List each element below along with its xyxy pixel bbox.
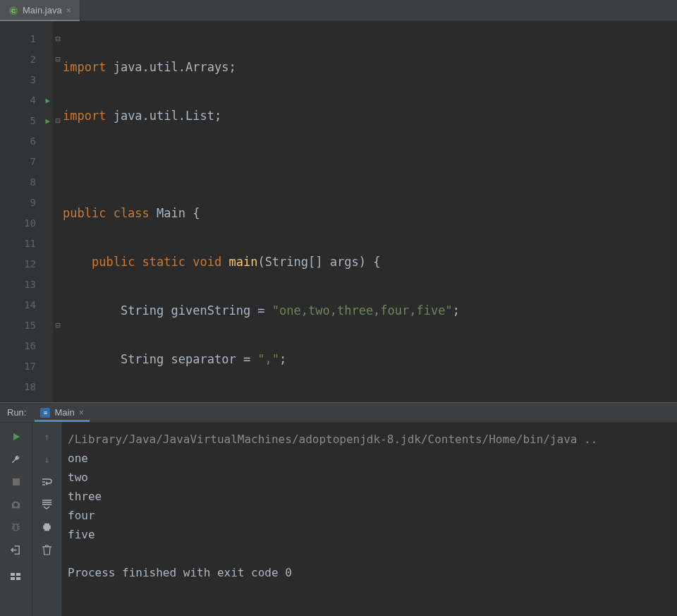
line-number: 13	[0, 274, 53, 294]
line-number: 18	[0, 376, 53, 397]
fold-marker[interactable]: ⊟	[53, 315, 63, 335]
fold-marker[interactable]: ⊟	[53, 28, 63, 49]
camera-icon[interactable]	[9, 497, 23, 512]
line-number: 14	[0, 294, 53, 315]
svg-rect-3	[11, 573, 15, 576]
editor-tabbar: C Main.java ×	[0, 0, 677, 21]
application-icon: ≡	[40, 408, 50, 418]
run-toolbar-primary	[0, 423, 32, 616]
line-number: 16	[0, 335, 53, 356]
code-line: String separator = ",";	[63, 349, 677, 369]
line-number: 8	[0, 171, 53, 192]
code-line: import java.util.List;	[63, 105, 677, 126]
console-line: three	[68, 490, 102, 503]
line-number: 15	[0, 315, 53, 335]
code-line: public class Main {	[63, 203, 677, 223]
code-line: String givenString = "one,two,three,four…	[63, 300, 677, 320]
code-line: import java.util.Arrays;	[63, 56, 677, 77]
fold-marker[interactable]: ⊟	[53, 110, 63, 131]
trash-icon[interactable]	[40, 543, 54, 557]
print-icon[interactable]	[40, 520, 54, 534]
close-icon[interactable]: ×	[79, 408, 84, 418]
run-panel-title: Run:	[7, 407, 26, 418]
code-line	[63, 397, 677, 402]
svg-rect-4	[16, 573, 20, 576]
code-line	[63, 154, 677, 174]
layout-icon[interactable]	[9, 569, 23, 584]
rerun-icon[interactable]	[9, 430, 23, 444]
line-number: 5▶	[0, 110, 53, 131]
run-tab-main[interactable]: ≡ Main ×	[35, 403, 89, 422]
run-toolbar-secondary: ↑ ↓	[32, 423, 62, 616]
code-area[interactable]: import java.util.Arrays; import java.uti…	[63, 21, 677, 402]
line-number: 11	[0, 233, 53, 253]
down-arrow-icon[interactable]: ↓	[40, 452, 54, 466]
run-tab-label: Main	[54, 407, 74, 418]
svg-rect-5	[11, 577, 15, 580]
line-number: 9	[0, 192, 53, 212]
line-number: 1	[0, 28, 53, 49]
line-number: 2	[0, 49, 53, 69]
fold-marker[interactable]: ⊟	[53, 49, 63, 69]
run-panel-header: Run: ≡ Main ×	[0, 402, 677, 422]
run-gutter-icon[interactable]: ▶	[45, 116, 50, 125]
file-tab-label: Main.java	[23, 5, 62, 16]
close-icon[interactable]: ×	[66, 6, 71, 16]
stop-icon[interactable]	[9, 475, 23, 489]
exit-icon[interactable]	[9, 543, 23, 557]
console-output[interactable]: /Library/Java/JavaVirtualMachines/adopto…	[62, 423, 677, 616]
file-tab-main[interactable]: C Main.java ×	[0, 0, 80, 20]
svg-rect-6	[16, 577, 20, 580]
line-number: 12	[0, 253, 53, 274]
bug-icon[interactable]	[9, 520, 23, 534]
wrench-icon[interactable]	[9, 452, 23, 466]
console-exit: Process finished with exit code 0	[68, 566, 292, 579]
java-class-icon: C	[8, 6, 18, 16]
line-number: 10	[0, 212, 53, 233]
console-line: two	[68, 471, 88, 484]
svg-rect-2	[13, 478, 20, 485]
line-gutter: 1 2 3 4▶ 5▶ 6 7 8 9 10 11 12 13 14 15 16…	[0, 21, 53, 402]
code-line: public static void main(String[] args) {	[63, 251, 677, 272]
run-gutter-icon[interactable]: ▶	[45, 95, 50, 104]
line-number: 3	[0, 69, 53, 90]
line-number: 4▶	[0, 90, 53, 110]
run-panel: ↑ ↓ /Library/Java/JavaVirtualMachines/ad…	[0, 422, 677, 616]
soft-wrap-icon[interactable]	[40, 475, 54, 489]
scroll-to-end-icon[interactable]	[40, 497, 54, 512]
console-command: /Library/Java/JavaVirtualMachines/adopto…	[68, 433, 597, 446]
console-line: five	[68, 528, 95, 541]
line-number: 6	[0, 131, 53, 151]
fold-column: ⊟ ⊟ ⊟ ⊟	[53, 21, 63, 402]
code-editor[interactable]: 1 2 3 4▶ 5▶ 6 7 8 9 10 11 12 13 14 15 16…	[0, 21, 677, 402]
line-number: 17	[0, 356, 53, 376]
console-line: four	[68, 509, 95, 522]
line-number: 7	[0, 151, 53, 171]
console-line: one	[68, 452, 88, 465]
up-arrow-icon[interactable]: ↑	[40, 430, 54, 444]
svg-text:C: C	[11, 7, 16, 13]
